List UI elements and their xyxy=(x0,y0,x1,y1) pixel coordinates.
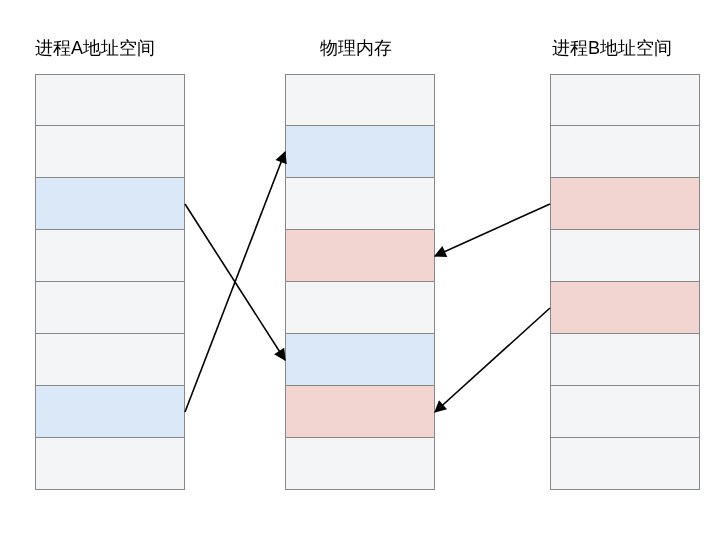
arrow-B2-P3 xyxy=(435,204,550,256)
cell-B-6 xyxy=(550,386,700,438)
cell-B-1 xyxy=(550,126,700,178)
cell-B-2 xyxy=(550,178,700,230)
column-physical xyxy=(285,74,435,490)
cell-P-4 xyxy=(285,282,435,334)
cell-A-4 xyxy=(35,282,185,334)
cell-B-4 xyxy=(550,282,700,334)
cell-P-0 xyxy=(285,74,435,126)
cell-B-5 xyxy=(550,334,700,386)
cell-A-0 xyxy=(35,74,185,126)
cell-A-6 xyxy=(35,386,185,438)
cell-A-5 xyxy=(35,334,185,386)
arrow-A2-P5 xyxy=(185,204,285,360)
cell-A-2 xyxy=(35,178,185,230)
cell-P-5 xyxy=(285,334,435,386)
cell-P-6 xyxy=(285,386,435,438)
column-process-b xyxy=(550,74,700,490)
heading-col-phys: 物理内存 xyxy=(320,36,392,60)
cell-A-3 xyxy=(35,230,185,282)
cell-A-7 xyxy=(35,438,185,490)
arrow-A6-P1 xyxy=(185,152,285,412)
cell-P-1 xyxy=(285,126,435,178)
cell-P-3 xyxy=(285,230,435,282)
cell-P-7 xyxy=(285,438,435,490)
heading-col-b: 进程B地址空间 xyxy=(552,36,672,60)
cell-B-7 xyxy=(550,438,700,490)
arrow-B4-P6 xyxy=(435,308,550,412)
cell-A-1 xyxy=(35,126,185,178)
cell-B-0 xyxy=(550,74,700,126)
column-process-a xyxy=(35,74,185,490)
cell-B-3 xyxy=(550,230,700,282)
heading-col-a: 进程A地址空间 xyxy=(35,36,155,60)
cell-P-2 xyxy=(285,178,435,230)
